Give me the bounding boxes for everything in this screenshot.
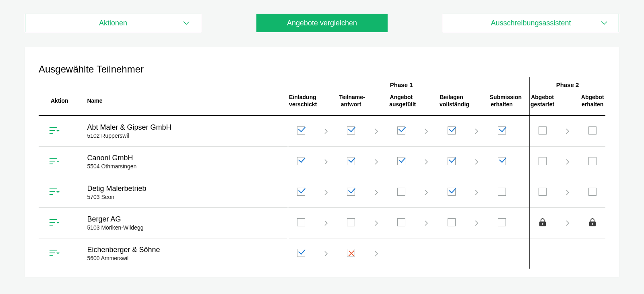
chevron-right-icon <box>424 158 428 165</box>
participation-checkbox[interactable] <box>347 218 355 226</box>
tender-assistant-label: Ausschreibungsassistent <box>491 19 571 27</box>
chevron-right-icon <box>475 189 479 196</box>
company-location: 5703 Seon <box>87 194 288 200</box>
phase2-header: Phase 2 <box>530 77 605 91</box>
offer-checkbox[interactable] <box>397 126 405 135</box>
attachments-checkbox[interactable] <box>448 188 456 196</box>
chevron-right-icon <box>566 189 570 196</box>
neg-recv-checkbox[interactable] <box>588 157 597 165</box>
neg-start-checkbox[interactable] <box>539 126 547 135</box>
company-location: 5103 Möriken-Wildegg <box>87 224 288 231</box>
attachments-checkbox[interactable] <box>448 157 456 165</box>
row-action-menu-icon[interactable] <box>49 249 60 259</box>
participation-checkbox[interactable] <box>347 188 355 196</box>
chevron-down-icon <box>183 19 190 27</box>
company-location: 5504 Othmarsingen <box>87 163 288 170</box>
chevron-right-icon <box>374 158 378 165</box>
submission-checkbox[interactable] <box>498 157 506 165</box>
chevron-right-icon <box>324 128 328 135</box>
company-name: Abt Maler & Gipser GmbH <box>87 123 288 132</box>
table-row: Detig Malerbetrieb5703 Seon <box>39 177 605 208</box>
svg-rect-15 <box>592 223 593 225</box>
col-submission-received: Submissionerhalten <box>489 91 515 116</box>
row-action-menu-icon[interactable] <box>49 157 60 167</box>
col-invitation-sent: Einladungverschickt <box>288 91 314 116</box>
chevron-right-icon <box>374 250 378 257</box>
participation-checkbox[interactable] <box>347 157 355 165</box>
invitation-checkbox[interactable] <box>297 126 305 135</box>
section-title: Ausgewählte Teilnehmer <box>39 64 605 75</box>
col-negotiation-started: Abgebotgestartet <box>530 91 555 116</box>
chevron-right-icon <box>324 219 328 226</box>
invitation-checkbox[interactable] <box>297 157 305 165</box>
offer-checkbox[interactable] <box>397 218 405 226</box>
invitation-checkbox[interactable] <box>297 218 305 226</box>
table-row: Canoni GmbH5504 Othmarsingen <box>39 147 605 177</box>
neg-recv-checkbox[interactable] <box>588 188 597 196</box>
svg-rect-13 <box>542 223 543 225</box>
col-attachments-complete: Beilagenvollständig <box>439 91 464 116</box>
chevron-right-icon <box>374 189 378 196</box>
chevron-right-icon <box>374 128 378 135</box>
chevron-right-icon <box>324 250 328 257</box>
chevron-right-icon <box>424 128 428 135</box>
neg-start-lock-icon <box>539 218 547 227</box>
compare-offers-label: Angebote vergleichen <box>287 19 357 27</box>
table-row: Abt Maler & Gipser GmbH5102 Rupperswil <box>39 116 605 147</box>
compare-offers-button[interactable]: Angebote vergleichen <box>256 14 388 32</box>
submission-checkbox[interactable] <box>498 218 506 226</box>
neg-recv-lock-icon <box>588 218 597 227</box>
chevron-down-icon <box>601 19 607 27</box>
company-name: Berger AG <box>87 215 288 224</box>
chevron-right-icon <box>324 158 328 165</box>
phase1-header: Phase 1 <box>288 77 515 91</box>
invitation-checkbox[interactable] <box>297 249 305 257</box>
col-name: Name <box>87 91 288 116</box>
col-negotiation-received: Abgeboterhalten <box>580 91 605 116</box>
company-location: 5600 Ammerswil <box>87 255 288 261</box>
chevron-right-icon <box>475 219 479 226</box>
chevron-right-icon <box>374 219 378 226</box>
offer-checkbox[interactable] <box>397 157 405 165</box>
invitation-checkbox[interactable] <box>297 188 305 196</box>
submission-checkbox[interactable] <box>498 126 506 135</box>
neg-start-checkbox[interactable] <box>539 157 547 165</box>
col-offer-filled: Angebotausgefüllt <box>388 91 414 116</box>
tender-assistant-dropdown[interactable]: Ausschreibungsassistent <box>443 14 619 32</box>
chevron-right-icon <box>475 128 479 135</box>
chevron-right-icon <box>475 158 479 165</box>
company-name: Eichenberger & Söhne <box>87 246 288 254</box>
participation-checkbox[interactable] <box>347 249 355 257</box>
attachments-checkbox[interactable] <box>448 218 456 226</box>
chevron-right-icon <box>566 158 570 165</box>
submission-checkbox[interactable] <box>498 188 506 196</box>
neg-start-checkbox[interactable] <box>539 188 547 196</box>
actions-dropdown[interactable]: Aktionen <box>25 14 201 32</box>
table-row: Berger AG5103 Möriken-Wildegg <box>39 208 605 238</box>
participants-table: Phase 1 Phase 2 Aktion Name Einladungver… <box>39 77 605 269</box>
row-action-menu-icon[interactable] <box>49 126 60 136</box>
chevron-right-icon <box>424 219 428 226</box>
col-action: Aktion <box>39 91 87 116</box>
offer-checkbox[interactable] <box>397 188 405 196</box>
chevron-right-icon <box>324 189 328 196</box>
row-action-menu-icon[interactable] <box>49 218 60 228</box>
chevron-right-icon <box>566 219 570 226</box>
participants-card: Ausgewählte Teilnehmer Phase 1 Phase 2 <box>25 47 619 277</box>
chevron-right-icon <box>424 189 428 196</box>
company-location: 5102 Rupperswil <box>87 133 288 139</box>
actions-dropdown-label: Aktionen <box>99 19 127 27</box>
company-name: Canoni GmbH <box>87 154 288 162</box>
company-name: Detig Malerbetrieb <box>87 184 288 193</box>
participation-checkbox[interactable] <box>347 126 355 135</box>
col-participation-answer: Teilname-antwort <box>338 91 363 116</box>
neg-recv-checkbox[interactable] <box>588 126 597 135</box>
chevron-right-icon <box>566 128 570 135</box>
row-action-menu-icon[interactable] <box>49 188 60 197</box>
attachments-checkbox[interactable] <box>448 126 456 135</box>
table-row: Eichenberger & Söhne5600 Ammerswil <box>39 238 605 269</box>
